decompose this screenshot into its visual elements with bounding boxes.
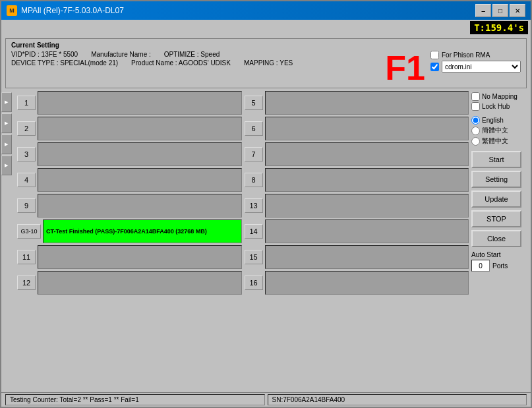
slot-row-11: 11 bbox=[17, 245, 242, 269]
slot-num-8[interactable]: 8 bbox=[245, 173, 263, 187]
slot-bar-16 bbox=[265, 271, 469, 295]
close-button[interactable]: ✕ bbox=[510, 4, 525, 17]
slot-bar-7 bbox=[265, 142, 469, 166]
main-window: M MPAll (Rel)-7F-5.03.0A-DL07 ‒ □ ✕ T:15… bbox=[0, 0, 532, 408]
manufacture: Manufacture Name : bbox=[91, 51, 151, 58]
body-area: 1 2 3 4 bbox=[17, 90, 527, 391]
lock-hub-opt: Lock Hub bbox=[471, 102, 524, 111]
lang-english-radio[interactable] bbox=[471, 116, 480, 125]
cdrom-select[interactable]: cdrom.ini bbox=[442, 61, 521, 73]
timer-display: T:159.4's bbox=[470, 21, 528, 34]
app-icon: M bbox=[7, 5, 17, 16]
slot-row-9: 9 bbox=[17, 194, 242, 218]
close-button-sidebar[interactable]: Close bbox=[471, 230, 521, 247]
status-left: Testing Counter: Total=2 ** Pass=1 ** Fa… bbox=[5, 394, 265, 405]
lang-trad2-label: 繁體中文 bbox=[482, 136, 508, 146]
rma-section: For Phison RMA cdrom.ini bbox=[430, 51, 521, 73]
lang-trad2-radio[interactable] bbox=[471, 137, 480, 146]
slots-grid: 1 2 3 4 bbox=[17, 91, 469, 390]
slot-row-8: 8 bbox=[245, 168, 469, 192]
setting-row-1: VID*PID : 13FE * 5500 Manufacture Name :… bbox=[11, 51, 380, 58]
nav-btn-3[interactable]: ▶ bbox=[1, 134, 12, 154]
slot-num-12[interactable]: 12 bbox=[17, 276, 36, 290]
ports-label: Ports bbox=[492, 262, 508, 270]
lang-trad1-label: 簡體中文 bbox=[482, 126, 508, 135]
title-controls: ‒ □ ✕ bbox=[475, 4, 525, 17]
slot-num-15[interactable]: 15 bbox=[245, 250, 263, 264]
product-name: Product Name : AGOODS' UDISK bbox=[131, 59, 231, 67]
f1-label: F1 bbox=[385, 51, 425, 85]
setting-button[interactable]: Setting bbox=[471, 171, 521, 188]
slot-bar-13 bbox=[265, 194, 469, 218]
slot-row-4: 4 bbox=[17, 168, 242, 192]
no-mapping-opt: No Mapping bbox=[471, 92, 524, 101]
slot-num-1[interactable]: 1 bbox=[17, 96, 36, 110]
lang-english-opt: English bbox=[471, 116, 524, 125]
sidebar: No Mapping Lock Hub English 簡體中文 bbox=[469, 90, 527, 391]
content-wrapper: ▶ ▶ ▶ ▶ 1 2 bbox=[1, 90, 531, 391]
slot-bar-14 bbox=[265, 219, 469, 243]
slot-num-4[interactable]: 4 bbox=[17, 173, 36, 187]
slot-row-3: 3 bbox=[17, 142, 242, 166]
slot-bar-12 bbox=[38, 271, 242, 295]
start-button[interactable]: Start bbox=[471, 151, 521, 168]
rma-checkbox-row: For Phison RMA bbox=[430, 51, 521, 59]
title-bar-left: M MPAll (Rel)-7F-5.03.0A-DL07 bbox=[7, 5, 124, 16]
slot-row-12: 12 bbox=[17, 271, 242, 295]
slot-row-7: 7 bbox=[245, 142, 469, 166]
current-setting-title: Current Setting bbox=[11, 42, 521, 49]
vid-pid: VID*PID : 13FE * 5500 bbox=[11, 51, 78, 58]
lock-hub-label: Lock Hub bbox=[482, 103, 510, 110]
optimize: OPTIMIZE : Speed bbox=[164, 51, 220, 58]
slot-num-g310[interactable]: G3-10 bbox=[17, 224, 41, 239]
slot-row-16: 16 bbox=[245, 271, 469, 295]
slot-num-9[interactable]: 9 bbox=[17, 198, 36, 213]
ports-input[interactable] bbox=[471, 260, 490, 272]
slot-row-2: 2 bbox=[17, 117, 242, 140]
nav-btn-2[interactable]: ▶ bbox=[1, 113, 12, 133]
rma-checkbox[interactable] bbox=[430, 51, 439, 59]
status-right: SN:7F006A2A14BFA400 bbox=[268, 394, 527, 405]
no-mapping-label: No Mapping bbox=[482, 93, 517, 100]
slot-bar-g310: CT-Test Finished (PASS)-7F006A2A14BFA400… bbox=[43, 219, 242, 243]
lang-trad1-radio[interactable] bbox=[471, 127, 480, 135]
no-mapping-checkbox[interactable] bbox=[471, 92, 480, 101]
slot-bar-1 bbox=[38, 91, 242, 115]
slot-num-5[interactable]: 5 bbox=[245, 96, 263, 110]
lock-hub-checkbox[interactable] bbox=[471, 102, 480, 111]
rma-label: For Phison RMA bbox=[442, 51, 490, 59]
slot-num-16[interactable]: 16 bbox=[245, 276, 263, 290]
slot-num-13[interactable]: 13 bbox=[245, 198, 263, 213]
slot-num-2[interactable]: 2 bbox=[17, 121, 36, 136]
slot-bar-11 bbox=[38, 245, 242, 269]
nav-btn-4[interactable]: ▶ bbox=[1, 156, 12, 175]
minimize-button[interactable]: ‒ bbox=[475, 4, 491, 17]
nav-btn-1[interactable]: ▶ bbox=[1, 92, 12, 112]
maximize-button[interactable]: □ bbox=[492, 4, 508, 17]
slot-row-13: 13 bbox=[245, 194, 469, 218]
slot-bar-4 bbox=[38, 168, 242, 192]
slot-row-1: 1 bbox=[17, 91, 242, 115]
sidebar-options: No Mapping Lock Hub English 簡體中文 bbox=[471, 92, 524, 146]
slot-bar-8 bbox=[265, 168, 469, 192]
slot-row-14: 14 bbox=[245, 219, 469, 243]
slot-num-14[interactable]: 14 bbox=[245, 224, 263, 239]
lang-trad2-opt: 繁體中文 bbox=[471, 136, 524, 146]
slot-num-3[interactable]: 3 bbox=[17, 147, 36, 161]
slot-num-6[interactable]: 6 bbox=[245, 121, 263, 136]
left-nav: ▶ ▶ ▶ ▶ bbox=[1, 90, 13, 391]
update-button[interactable]: Update bbox=[471, 190, 521, 208]
slot-num-11[interactable]: 11 bbox=[17, 250, 36, 264]
slot-row-6: 6 bbox=[245, 117, 469, 140]
device-type: DEVICE TYPE : SPECIAL(mode 21) bbox=[11, 59, 118, 67]
cdrom-dropdown-row: cdrom.ini bbox=[430, 61, 521, 73]
current-setting-panel: Current Setting VID*PID : 13FE * 5500 Ma… bbox=[5, 38, 527, 88]
slot-num-7[interactable]: 7 bbox=[245, 147, 263, 161]
title-bar: M MPAll (Rel)-7F-5.03.0A-DL07 ‒ □ ✕ bbox=[1, 1, 531, 20]
window-title: MPAll (Rel)-7F-5.03.0A-DL07 bbox=[21, 6, 124, 15]
cdrom-checkbox[interactable] bbox=[430, 63, 439, 71]
stop-button[interactable]: STOP bbox=[471, 210, 521, 227]
timer-bar: T:159.4's bbox=[1, 20, 531, 36]
slot-bar-9 bbox=[38, 194, 242, 218]
slots-col-right: 5 6 7 8 bbox=[245, 91, 469, 390]
